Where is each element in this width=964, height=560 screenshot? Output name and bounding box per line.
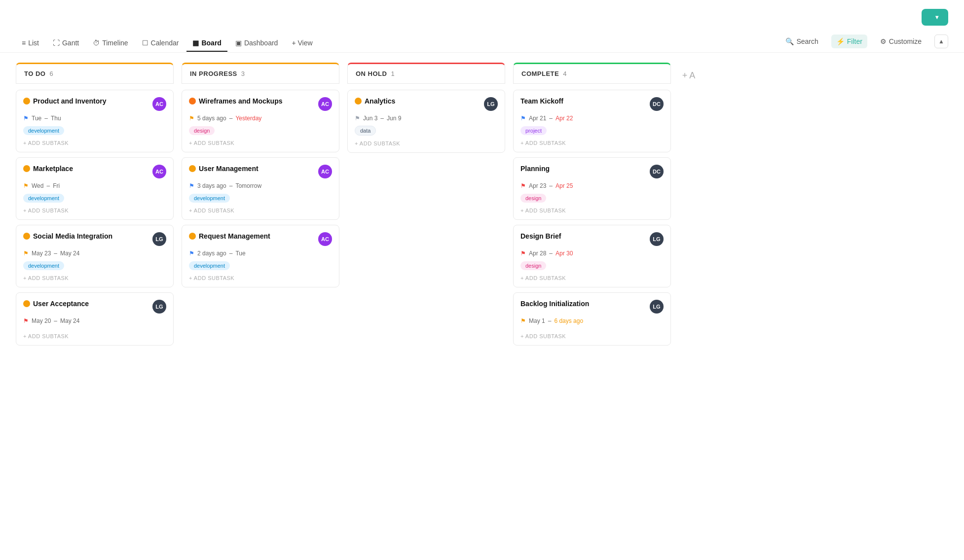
avatar: AC bbox=[318, 232, 332, 246]
nav-calendar[interactable]: ☐ Calendar bbox=[136, 35, 185, 52]
add-subtask-button[interactable]: + ADD SUBTASK bbox=[23, 207, 166, 214]
card[interactable]: Wireframes and Mockups AC ⚑ 5 days ago –… bbox=[182, 90, 339, 152]
add-subtask-button[interactable]: + ADD SUBTASK bbox=[189, 207, 332, 214]
add-subtask-button[interactable]: + ADD SUBTASK bbox=[23, 274, 166, 282]
card[interactable]: Request Management AC ⚑ 2 days ago – Tue… bbox=[182, 225, 339, 287]
tag: development bbox=[189, 261, 230, 270]
add-task-button[interactable]: ▾ bbox=[922, 9, 948, 26]
add-subtask-button[interactable]: + ADD SUBTASK bbox=[189, 274, 332, 282]
col-title-onhold: ON HOLD bbox=[356, 70, 387, 77]
nav-list-label: List bbox=[28, 39, 39, 47]
card[interactable]: Social Media Integration LG ⚑ May 23 – M… bbox=[16, 225, 174, 287]
add-subtask-button[interactable]: + ADD SUBTASK bbox=[23, 332, 166, 340]
collapse-button[interactable]: ▲ bbox=[934, 35, 948, 48]
card[interactable]: Marketplace AC ⚑ Wed – Fri development +… bbox=[16, 157, 174, 220]
card[interactable]: Backlog Initialization LG ⚑ May 1 – 6 da… bbox=[513, 292, 671, 346]
search-action[interactable]: 🔍 Search bbox=[780, 35, 823, 48]
gantt-icon: ⛶ bbox=[53, 39, 60, 47]
nav-timeline[interactable]: ⏱ Timeline bbox=[87, 35, 134, 52]
customize-action[interactable]: ⚙ Customize bbox=[875, 35, 927, 48]
col-title-todo: TO DO bbox=[24, 70, 45, 77]
col-title-inprogress: IN PROGRESS bbox=[190, 70, 237, 77]
card-title: Team Kickoff bbox=[520, 97, 563, 105]
card[interactable]: Planning DC ⚑ Apr 23 – Apr 25 design + A… bbox=[513, 157, 671, 220]
card[interactable]: User Acceptance LG ⚑ May 20 – May 24 + A… bbox=[16, 292, 174, 346]
gear-icon: ⚙ bbox=[880, 37, 887, 45]
add-subtask-button[interactable]: + ADD SUBTASK bbox=[520, 207, 664, 214]
date-start: Tue bbox=[32, 115, 41, 122]
date-start: May 23 bbox=[32, 250, 51, 257]
column-header-complete: COMPLETE 4 bbox=[513, 63, 671, 84]
tag: design bbox=[520, 261, 546, 270]
nav-list[interactable]: ≡ List bbox=[16, 35, 45, 52]
filter-action[interactable]: ⚡ Filter bbox=[831, 35, 867, 48]
date-start: Wed bbox=[32, 182, 43, 189]
add-subtask-button[interactable]: + ADD SUBTASK bbox=[520, 139, 664, 147]
add-subtask-button[interactable]: + ADD SUBTASK bbox=[355, 140, 498, 147]
nav-add-view[interactable]: + View bbox=[286, 35, 318, 52]
date-sep: – bbox=[229, 250, 233, 257]
avatar: AC bbox=[152, 165, 166, 178]
date-start: 2 days ago bbox=[197, 250, 226, 257]
card[interactable]: Design Brief LG ⚑ Apr 28 – Apr 30 design… bbox=[513, 225, 671, 287]
search-label: Search bbox=[796, 37, 818, 45]
status-dot bbox=[189, 98, 196, 105]
add-subtask-button[interactable]: + ADD SUBTASK bbox=[23, 139, 166, 147]
date-start: 3 days ago bbox=[197, 182, 226, 189]
flag-icon: ⚑ bbox=[520, 250, 526, 257]
nav-add-view-label: + View bbox=[292, 39, 312, 47]
flag-icon: ⚑ bbox=[189, 250, 194, 257]
add-subtask-button[interactable]: + ADD SUBTASK bbox=[520, 332, 664, 340]
flag-icon: ⚑ bbox=[520, 182, 526, 189]
board-area: TO DO 6 Product and Inventory AC ⚑ Tue –… bbox=[0, 53, 964, 360]
status-dot bbox=[189, 165, 196, 172]
add-subtask-button[interactable]: + ADD SUBTASK bbox=[520, 274, 664, 282]
date-sep: – bbox=[54, 250, 57, 257]
card-title-text: User Management bbox=[199, 165, 259, 173]
card-header-row: Backlog Initialization LG bbox=[520, 300, 664, 314]
date-sep: – bbox=[380, 115, 384, 122]
add-column-button[interactable]: + A bbox=[679, 63, 699, 81]
avatar: LG bbox=[152, 300, 166, 314]
tag: data bbox=[355, 126, 376, 136]
status-dot bbox=[355, 98, 362, 105]
flag-icon: ⚑ bbox=[355, 115, 360, 122]
nav-bar: ≡ List ⛶ Gantt ⏱ Timeline ☐ Calendar ▦ B… bbox=[0, 30, 964, 53]
card[interactable]: Analytics LG ⚑ Jun 3 – Jun 9 data + ADD … bbox=[347, 90, 505, 153]
card-title: Product and Inventory bbox=[23, 97, 107, 105]
status-dot bbox=[23, 98, 30, 105]
card-title: Request Management bbox=[189, 232, 270, 240]
card[interactable]: Product and Inventory AC ⚑ Tue – Thu dev… bbox=[16, 90, 174, 152]
card-header-row: User Management AC bbox=[189, 165, 332, 178]
nav-board[interactable]: ▦ Board bbox=[186, 35, 227, 52]
card[interactable]: User Management AC ⚑ 3 days ago – Tomorr… bbox=[182, 157, 339, 220]
column-header-todo: TO DO 6 bbox=[16, 63, 174, 84]
card-header-row: Design Brief LG bbox=[520, 232, 664, 246]
status-dot bbox=[23, 233, 30, 240]
date-sep: – bbox=[44, 115, 48, 122]
nav-gantt[interactable]: ⛶ Gantt bbox=[47, 35, 85, 52]
date-sep: – bbox=[548, 317, 552, 324]
col-count-onhold: 1 bbox=[391, 70, 394, 77]
column-onhold: ON HOLD 1 Analytics LG ⚑ Jun 3 – Jun 9 d… bbox=[347, 63, 505, 158]
status-dot bbox=[189, 233, 196, 240]
avatar: LG bbox=[484, 97, 498, 111]
add-subtask-button[interactable]: + ADD SUBTASK bbox=[189, 139, 332, 147]
chevron-up-icon: ▲ bbox=[938, 38, 944, 45]
col-count-complete: 4 bbox=[563, 70, 566, 77]
tag: development bbox=[23, 261, 64, 270]
card-title-text: Product and Inventory bbox=[33, 97, 107, 105]
nav-dashboard[interactable]: ▣ Dashboard bbox=[229, 35, 284, 52]
card[interactable]: Team Kickoff DC ⚑ Apr 21 – Apr 22 projec… bbox=[513, 90, 671, 152]
card-date: ⚑ Wed – Fri bbox=[23, 182, 166, 189]
date-start: Jun 3 bbox=[363, 115, 377, 122]
flag-icon: ⚑ bbox=[23, 317, 29, 324]
date-end: Thu bbox=[51, 115, 61, 122]
card-title-text: Design Brief bbox=[520, 232, 561, 240]
card-title-text: Request Management bbox=[199, 232, 270, 240]
board-icon: ▦ bbox=[192, 39, 199, 47]
card-date: ⚑ Apr 21 – Apr 22 bbox=[520, 115, 664, 122]
avatar: AC bbox=[318, 97, 332, 111]
tag: design bbox=[520, 194, 546, 203]
card-title-text: User Acceptance bbox=[33, 300, 89, 308]
